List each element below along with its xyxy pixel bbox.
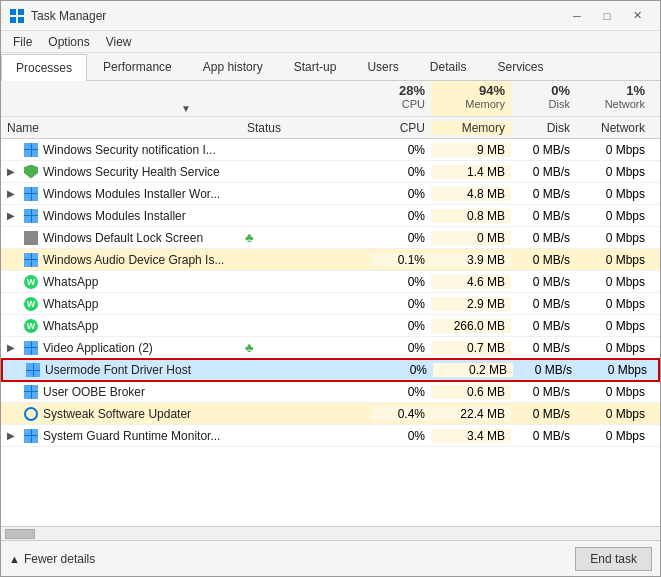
process-icon xyxy=(23,208,39,224)
process-icon xyxy=(23,384,39,400)
process-icon xyxy=(23,340,39,356)
col-header-cpu[interactable]: CPU xyxy=(371,121,431,135)
row-memory: 0 MB xyxy=(431,231,511,245)
expand-icon[interactable]: ▶ xyxy=(7,430,19,441)
expand-icon[interactable]: ▶ xyxy=(7,210,19,221)
row-disk: 0 MB/s xyxy=(511,385,576,399)
row-name-cell: ▶System Guard Runtime Monitor... xyxy=(1,428,241,444)
col-header-status[interactable]: Status xyxy=(241,121,371,135)
tab-users[interactable]: Users xyxy=(352,54,413,80)
table-row[interactable]: ▶Video Application (2)♣0%0.7 MB0 MB/s0 M… xyxy=(1,337,660,359)
row-disk: 0 MB/s xyxy=(513,363,578,377)
tab-bar: Processes Performance App history Start-… xyxy=(1,53,660,81)
row-memory: 4.6 MB xyxy=(431,275,511,289)
content-area: ▼ 28% CPU 94% Memory 0% Disk 1% Network xyxy=(1,81,660,540)
leaf-icon: ♣ xyxy=(245,340,254,355)
row-network: 0 Mbps xyxy=(576,209,651,223)
task-manager-icon xyxy=(9,8,25,24)
tab-services[interactable]: Services xyxy=(482,54,558,80)
row-disk: 0 MB/s xyxy=(511,407,576,421)
task-manager-window: Task Manager ─ □ ✕ File Options View Pro… xyxy=(0,0,661,577)
process-name: Usermode Font Driver Host xyxy=(45,363,191,377)
table-row[interactable]: ▶Windows Modules Installer Wor...0%4.8 M… xyxy=(1,183,660,205)
col-header-disk[interactable]: Disk xyxy=(511,121,576,135)
svg-rect-1 xyxy=(18,9,24,15)
process-table[interactable]: Windows Security notification I...0%9 MB… xyxy=(1,139,660,526)
network-stat: 1% Network xyxy=(576,81,651,116)
row-network: 0 Mbps xyxy=(576,429,651,443)
table-row[interactable]: User OOBE Broker0%0.6 MB0 MB/s0 Mbps xyxy=(1,381,660,403)
maximize-button[interactable]: □ xyxy=(592,4,622,28)
table-row[interactable]: Systweak Software Updater0.4%22.4 MB0 MB… xyxy=(1,403,660,425)
expand-icon[interactable]: ▶ xyxy=(7,188,19,199)
table-row[interactable]: Windows Audio Device Graph Is...0.1%3.9 … xyxy=(1,249,660,271)
table-row[interactable]: ▶Windows Modules Installer0%0.8 MB0 MB/s… xyxy=(1,205,660,227)
network-label: Network xyxy=(605,98,645,110)
minimize-button[interactable]: ─ xyxy=(562,4,592,28)
row-memory: 266.0 MB xyxy=(431,319,511,333)
row-memory: 22.4 MB xyxy=(431,407,511,421)
tab-performance[interactable]: Performance xyxy=(88,54,187,80)
process-name: Windows Modules Installer Wor... xyxy=(43,187,220,201)
cpu-pct: 28% xyxy=(399,83,425,98)
expand-icon[interactable]: ▶ xyxy=(7,166,19,177)
process-name: Systweak Software Updater xyxy=(43,407,191,421)
col-header-network[interactable]: Network xyxy=(576,121,651,135)
table-row[interactable]: WWhatsApp0%2.9 MB0 MB/s0 Mbps xyxy=(1,293,660,315)
row-disk: 0 MB/s xyxy=(511,209,576,223)
col-header-memory[interactable]: Memory xyxy=(431,121,511,135)
row-memory: 3.9 MB xyxy=(431,253,511,267)
table-row[interactable]: WWhatsApp0%266.0 MB0 MB/s0 Mbps xyxy=(1,315,660,337)
end-task-button[interactable]: End task xyxy=(575,547,652,571)
row-cpu: 0% xyxy=(371,231,431,245)
table-row[interactable]: ▶System Guard Runtime Monitor...0%3.4 MB… xyxy=(1,425,660,447)
row-network: 0 Mbps xyxy=(576,319,651,333)
network-pct: 1% xyxy=(626,83,645,98)
table-row[interactable]: Windows Default Lock Screen♣0%0 MB0 MB/s… xyxy=(1,227,660,249)
col-header-name[interactable]: Name xyxy=(1,121,241,135)
row-disk: 0 MB/s xyxy=(511,297,576,311)
row-cpu: 0.1% xyxy=(371,253,431,267)
row-network: 0 Mbps xyxy=(576,187,651,201)
row-memory: 1.4 MB xyxy=(431,165,511,179)
row-name-cell: WWhatsApp xyxy=(1,318,241,334)
fewer-details-button[interactable]: ▲ Fewer details xyxy=(9,552,95,566)
table-row[interactable]: Usermode Font Driver Host0%0.2 MB0 MB/s0… xyxy=(1,358,660,382)
row-disk: 0 MB/s xyxy=(511,231,576,245)
table-row[interactable]: ▶Windows Security Health Service0%1.4 MB… xyxy=(1,161,660,183)
row-disk: 0 MB/s xyxy=(511,187,576,201)
tab-startup[interactable]: Start-up xyxy=(279,54,352,80)
close-button[interactable]: ✕ xyxy=(622,4,652,28)
menu-file[interactable]: File xyxy=(5,33,40,51)
row-network: 0 Mbps xyxy=(576,385,651,399)
process-name: Windows Security notification I... xyxy=(43,143,216,157)
tab-app-history[interactable]: App history xyxy=(188,54,278,80)
row-name-cell: ▶Windows Modules Installer xyxy=(1,208,241,224)
menu-options[interactable]: Options xyxy=(40,33,97,51)
h-scroll-thumb[interactable] xyxy=(5,529,35,539)
process-icon xyxy=(23,406,39,422)
process-name: System Guard Runtime Monitor... xyxy=(43,429,220,443)
row-network: 0 Mbps xyxy=(576,297,651,311)
memory-stat: 94% Memory xyxy=(431,81,511,116)
row-name-cell: WWhatsApp xyxy=(1,274,241,290)
process-name: Windows Default Lock Screen xyxy=(43,231,203,245)
row-status: ♣ xyxy=(241,340,371,355)
row-cpu: 0% xyxy=(371,319,431,333)
row-name-cell: Windows Security notification I... xyxy=(1,142,241,158)
tab-processes[interactable]: Processes xyxy=(1,54,87,81)
disk-label: Disk xyxy=(549,98,570,110)
process-name: Windows Modules Installer xyxy=(43,209,186,223)
fewer-details-label: Fewer details xyxy=(24,552,95,566)
row-disk: 0 MB/s xyxy=(511,165,576,179)
horizontal-scrollbar[interactable] xyxy=(1,526,660,540)
expand-icon[interactable]: ▶ xyxy=(7,342,19,353)
row-cpu: 0% xyxy=(371,143,431,157)
row-name-cell: Usermode Font Driver Host xyxy=(3,362,243,378)
row-cpu: 0% xyxy=(371,165,431,179)
row-memory: 9 MB xyxy=(431,143,511,157)
tab-details[interactable]: Details xyxy=(415,54,482,80)
table-row[interactable]: Windows Security notification I...0%9 MB… xyxy=(1,139,660,161)
table-row[interactable]: WWhatsApp0%4.6 MB0 MB/s0 Mbps xyxy=(1,271,660,293)
menu-view[interactable]: View xyxy=(98,33,140,51)
